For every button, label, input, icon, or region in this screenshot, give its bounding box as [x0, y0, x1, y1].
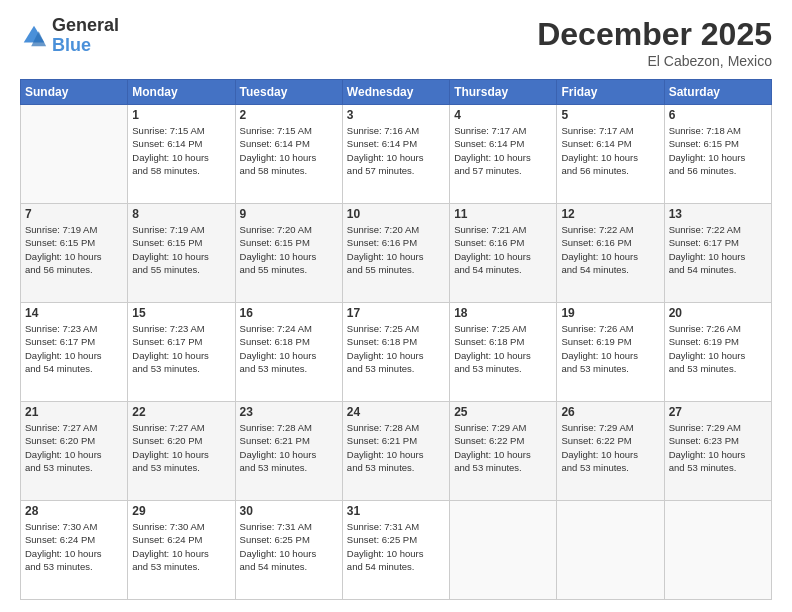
calendar-day-header: Thursday — [450, 80, 557, 105]
day-number: 14 — [25, 306, 123, 320]
calendar-cell: 6Sunrise: 7:18 AM Sunset: 6:15 PM Daylig… — [664, 105, 771, 204]
calendar-header-row: SundayMondayTuesdayWednesdayThursdayFrid… — [21, 80, 772, 105]
logo-blue: Blue — [52, 36, 119, 56]
day-number: 25 — [454, 405, 552, 419]
calendar-day-header: Wednesday — [342, 80, 449, 105]
calendar-cell: 11Sunrise: 7:21 AM Sunset: 6:16 PM Dayli… — [450, 204, 557, 303]
calendar-cell: 2Sunrise: 7:15 AM Sunset: 6:14 PM Daylig… — [235, 105, 342, 204]
month-title: December 2025 — [537, 16, 772, 53]
calendar-cell: 24Sunrise: 7:28 AM Sunset: 6:21 PM Dayli… — [342, 402, 449, 501]
title-area: December 2025 El Cabezon, Mexico — [537, 16, 772, 69]
calendar-day-header: Friday — [557, 80, 664, 105]
day-info: Sunrise: 7:28 AM Sunset: 6:21 PM Dayligh… — [240, 421, 338, 474]
calendar-week-row: 21Sunrise: 7:27 AM Sunset: 6:20 PM Dayli… — [21, 402, 772, 501]
day-info: Sunrise: 7:28 AM Sunset: 6:21 PM Dayligh… — [347, 421, 445, 474]
day-info: Sunrise: 7:20 AM Sunset: 6:15 PM Dayligh… — [240, 223, 338, 276]
day-info: Sunrise: 7:29 AM Sunset: 6:23 PM Dayligh… — [669, 421, 767, 474]
day-number: 12 — [561, 207, 659, 221]
day-number: 31 — [347, 504, 445, 518]
day-info: Sunrise: 7:25 AM Sunset: 6:18 PM Dayligh… — [454, 322, 552, 375]
calendar-day-header: Sunday — [21, 80, 128, 105]
calendar-cell: 15Sunrise: 7:23 AM Sunset: 6:17 PM Dayli… — [128, 303, 235, 402]
day-number: 24 — [347, 405, 445, 419]
day-info: Sunrise: 7:29 AM Sunset: 6:22 PM Dayligh… — [561, 421, 659, 474]
calendar-cell: 16Sunrise: 7:24 AM Sunset: 6:18 PM Dayli… — [235, 303, 342, 402]
calendar-week-row: 1Sunrise: 7:15 AM Sunset: 6:14 PM Daylig… — [21, 105, 772, 204]
day-number: 9 — [240, 207, 338, 221]
calendar-day-header: Tuesday — [235, 80, 342, 105]
calendar-day-header: Monday — [128, 80, 235, 105]
logo-text: General Blue — [52, 16, 119, 56]
calendar-cell: 12Sunrise: 7:22 AM Sunset: 6:16 PM Dayli… — [557, 204, 664, 303]
day-info: Sunrise: 7:21 AM Sunset: 6:16 PM Dayligh… — [454, 223, 552, 276]
day-number: 8 — [132, 207, 230, 221]
day-info: Sunrise: 7:29 AM Sunset: 6:22 PM Dayligh… — [454, 421, 552, 474]
calendar-cell: 1Sunrise: 7:15 AM Sunset: 6:14 PM Daylig… — [128, 105, 235, 204]
calendar-cell: 5Sunrise: 7:17 AM Sunset: 6:14 PM Daylig… — [557, 105, 664, 204]
day-number: 30 — [240, 504, 338, 518]
calendar-cell: 30Sunrise: 7:31 AM Sunset: 6:25 PM Dayli… — [235, 501, 342, 600]
day-info: Sunrise: 7:16 AM Sunset: 6:14 PM Dayligh… — [347, 124, 445, 177]
calendar-cell — [21, 105, 128, 204]
calendar-cell: 8Sunrise: 7:19 AM Sunset: 6:15 PM Daylig… — [128, 204, 235, 303]
calendar-cell: 26Sunrise: 7:29 AM Sunset: 6:22 PM Dayli… — [557, 402, 664, 501]
calendar-week-row: 7Sunrise: 7:19 AM Sunset: 6:15 PM Daylig… — [21, 204, 772, 303]
header: General Blue December 2025 El Cabezon, M… — [20, 16, 772, 69]
calendar-cell: 25Sunrise: 7:29 AM Sunset: 6:22 PM Dayli… — [450, 402, 557, 501]
day-info: Sunrise: 7:25 AM Sunset: 6:18 PM Dayligh… — [347, 322, 445, 375]
day-info: Sunrise: 7:15 AM Sunset: 6:14 PM Dayligh… — [132, 124, 230, 177]
calendar-cell: 7Sunrise: 7:19 AM Sunset: 6:15 PM Daylig… — [21, 204, 128, 303]
calendar-cell: 21Sunrise: 7:27 AM Sunset: 6:20 PM Dayli… — [21, 402, 128, 501]
day-number: 6 — [669, 108, 767, 122]
day-info: Sunrise: 7:17 AM Sunset: 6:14 PM Dayligh… — [561, 124, 659, 177]
day-info: Sunrise: 7:27 AM Sunset: 6:20 PM Dayligh… — [25, 421, 123, 474]
calendar-cell: 31Sunrise: 7:31 AM Sunset: 6:25 PM Dayli… — [342, 501, 449, 600]
calendar-week-row: 28Sunrise: 7:30 AM Sunset: 6:24 PM Dayli… — [21, 501, 772, 600]
day-number: 7 — [25, 207, 123, 221]
calendar-cell: 9Sunrise: 7:20 AM Sunset: 6:15 PM Daylig… — [235, 204, 342, 303]
day-number: 20 — [669, 306, 767, 320]
logo-icon — [20, 22, 48, 50]
calendar-cell: 19Sunrise: 7:26 AM Sunset: 6:19 PM Dayli… — [557, 303, 664, 402]
day-number: 2 — [240, 108, 338, 122]
calendar-day-header: Saturday — [664, 80, 771, 105]
calendar-cell: 27Sunrise: 7:29 AM Sunset: 6:23 PM Dayli… — [664, 402, 771, 501]
day-info: Sunrise: 7:18 AM Sunset: 6:15 PM Dayligh… — [669, 124, 767, 177]
day-number: 28 — [25, 504, 123, 518]
day-number: 19 — [561, 306, 659, 320]
day-info: Sunrise: 7:31 AM Sunset: 6:25 PM Dayligh… — [240, 520, 338, 573]
day-number: 17 — [347, 306, 445, 320]
logo-general: General — [52, 16, 119, 36]
day-number: 29 — [132, 504, 230, 518]
day-info: Sunrise: 7:27 AM Sunset: 6:20 PM Dayligh… — [132, 421, 230, 474]
day-number: 4 — [454, 108, 552, 122]
day-info: Sunrise: 7:23 AM Sunset: 6:17 PM Dayligh… — [25, 322, 123, 375]
day-info: Sunrise: 7:30 AM Sunset: 6:24 PM Dayligh… — [132, 520, 230, 573]
calendar-cell: 17Sunrise: 7:25 AM Sunset: 6:18 PM Dayli… — [342, 303, 449, 402]
calendar-cell: 10Sunrise: 7:20 AM Sunset: 6:16 PM Dayli… — [342, 204, 449, 303]
day-info: Sunrise: 7:20 AM Sunset: 6:16 PM Dayligh… — [347, 223, 445, 276]
day-info: Sunrise: 7:30 AM Sunset: 6:24 PM Dayligh… — [25, 520, 123, 573]
calendar-cell: 28Sunrise: 7:30 AM Sunset: 6:24 PM Dayli… — [21, 501, 128, 600]
calendar-cell: 23Sunrise: 7:28 AM Sunset: 6:21 PM Dayli… — [235, 402, 342, 501]
day-info: Sunrise: 7:24 AM Sunset: 6:18 PM Dayligh… — [240, 322, 338, 375]
day-number: 27 — [669, 405, 767, 419]
day-number: 1 — [132, 108, 230, 122]
day-number: 18 — [454, 306, 552, 320]
calendar-table: SundayMondayTuesdayWednesdayThursdayFrid… — [20, 79, 772, 600]
day-info: Sunrise: 7:15 AM Sunset: 6:14 PM Dayligh… — [240, 124, 338, 177]
day-number: 22 — [132, 405, 230, 419]
day-info: Sunrise: 7:26 AM Sunset: 6:19 PM Dayligh… — [561, 322, 659, 375]
calendar-cell: 3Sunrise: 7:16 AM Sunset: 6:14 PM Daylig… — [342, 105, 449, 204]
day-number: 26 — [561, 405, 659, 419]
calendar-cell: 20Sunrise: 7:26 AM Sunset: 6:19 PM Dayli… — [664, 303, 771, 402]
calendar-cell — [664, 501, 771, 600]
day-info: Sunrise: 7:31 AM Sunset: 6:25 PM Dayligh… — [347, 520, 445, 573]
day-info: Sunrise: 7:19 AM Sunset: 6:15 PM Dayligh… — [132, 223, 230, 276]
calendar-week-row: 14Sunrise: 7:23 AM Sunset: 6:17 PM Dayli… — [21, 303, 772, 402]
day-number: 3 — [347, 108, 445, 122]
calendar-cell: 13Sunrise: 7:22 AM Sunset: 6:17 PM Dayli… — [664, 204, 771, 303]
day-number: 10 — [347, 207, 445, 221]
day-info: Sunrise: 7:22 AM Sunset: 6:17 PM Dayligh… — [669, 223, 767, 276]
day-number: 15 — [132, 306, 230, 320]
